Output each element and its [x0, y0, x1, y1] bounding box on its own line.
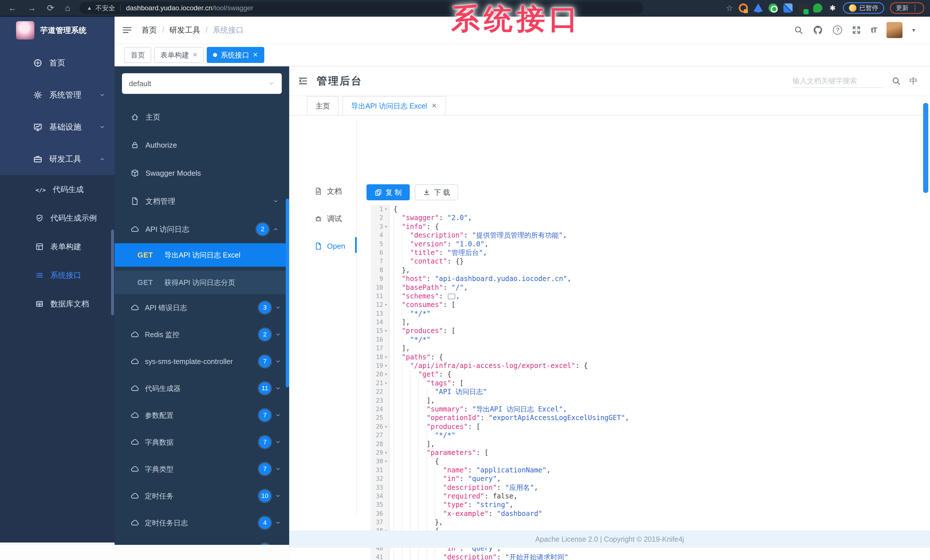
- line-gutter[interactable]: 6: [371, 249, 390, 257]
- sidebar-subitem-代码生成[interactable]: </>代码生成: [0, 175, 114, 204]
- line-gutter[interactable]: 24: [371, 405, 390, 413]
- refresh-icon[interactable]: ⟳: [47, 4, 54, 12]
- fold-arrow-icon[interactable]: ▾: [383, 379, 389, 387]
- swagger-menu-item-Swagger Models[interactable]: Swagger Models: [114, 159, 289, 187]
- line-gutter[interactable]: 15▾: [371, 327, 390, 335]
- swagger-menu-item-主页[interactable]: 主页: [114, 103, 289, 131]
- github-icon[interactable]: [813, 25, 823, 35]
- search-icon[interactable]: [892, 77, 901, 86]
- operation-导出API 访问日志 Excel[interactable]: GET导出API 访问日志 Excel: [114, 243, 289, 267]
- line-gutter[interactable]: 26▾: [371, 422, 390, 431]
- controller-Redis 监控[interactable]: Redis 监控2: [114, 321, 289, 348]
- white-puzzle-extension-icon[interactable]: ✱: [828, 3, 837, 12]
- browser-menu-icon[interactable]: ⋮: [912, 4, 918, 12]
- line-gutter[interactable]: 10: [371, 283, 390, 292]
- line-gutter[interactable]: 28: [371, 440, 390, 448]
- line-gutter[interactable]: 35: [371, 500, 390, 509]
- tag-系统接口[interactable]: 系统接口✕: [207, 47, 264, 63]
- green-circle-extension-icon[interactable]: [768, 3, 778, 12]
- sidebar-item-基础设施[interactable]: 基础设施: [0, 111, 114, 143]
- doc-nav-文档[interactable]: 文档: [289, 183, 356, 200]
- fold-arrow-icon[interactable]: ▾: [383, 361, 389, 370]
- line-gutter[interactable]: 32: [371, 474, 390, 483]
- expand-icon[interactable]: [852, 26, 861, 35]
- sidebar-scrollbar[interactable]: [111, 230, 114, 315]
- line-gutter[interactable]: 30▾: [371, 457, 390, 466]
- controller-参数配置[interactable]: 参数配置7: [114, 402, 289, 429]
- breadcrumb-item[interactable]: 研发工具: [169, 25, 200, 35]
- download-button[interactable]: 下 载: [415, 184, 458, 200]
- line-gutter[interactable]: 9: [371, 275, 390, 283]
- fold-arrow-icon[interactable]: ▾: [383, 370, 389, 379]
- orange-ring-extension-icon[interactable]: [739, 3, 748, 12]
- line-gutter[interactable]: 13: [371, 309, 390, 318]
- line-gutter[interactable]: 20▾: [371, 370, 390, 379]
- page-scrollbar[interactable]: [923, 103, 928, 193]
- line-gutter[interactable]: 25: [371, 413, 390, 422]
- line-gutter[interactable]: 12▾: [371, 301, 390, 309]
- forward-icon[interactable]: →: [28, 4, 36, 12]
- browser-home-icon[interactable]: ⌂: [65, 4, 70, 12]
- fold-arrow-icon[interactable]: ▾: [383, 448, 389, 457]
- close-icon[interactable]: ✕: [431, 102, 437, 110]
- controller-定时任务[interactable]: 定时任务10: [114, 482, 289, 509]
- sidebar-subitem-代码生成示例[interactable]: 代码生成示例: [0, 204, 114, 232]
- doc-nav-调试[interactable]: 调试: [289, 210, 356, 227]
- sidebar-toggle-icon[interactable]: [122, 25, 132, 35]
- swagger-menu-item-Authorize[interactable]: Authorize: [114, 131, 289, 159]
- sidebar-item-系统管理[interactable]: 系统管理: [0, 79, 114, 111]
- swagger-menu-item-API 访问日志[interactable]: API 访问日志2: [114, 215, 289, 243]
- fold-arrow-icon[interactable]: ▾: [383, 327, 389, 335]
- line-gutter[interactable]: 18▾: [371, 353, 390, 361]
- line-gutter[interactable]: 11: [371, 292, 390, 301]
- sidebar-item-研发工具[interactable]: 研发工具: [0, 143, 114, 175]
- close-icon[interactable]: ✕: [253, 51, 258, 59]
- green-leaf-extension-icon[interactable]: [813, 3, 822, 12]
- font-size-icon[interactable]: tT: [871, 26, 877, 35]
- search-icon[interactable]: [794, 26, 803, 35]
- operation-获得API 访问日志分页[interactable]: GET获得API 访问日志分页: [114, 271, 289, 294]
- line-gutter[interactable]: 2: [371, 213, 390, 222]
- sidebar-subitem-系统接口[interactable]: 系统接口: [0, 261, 114, 290]
- line-gutter[interactable]: 7: [371, 257, 390, 265]
- sidebar-subitem-数据库文档[interactable]: 数据库文档: [0, 290, 114, 318]
- line-gutter[interactable]: 19▾: [371, 361, 390, 370]
- back-icon[interactable]: ←: [8, 4, 17, 12]
- line-gutter[interactable]: 4: [371, 231, 390, 239]
- json-code-editor[interactable]: 1▾{2"swagger": "2.0",3▾"info": {4"descri…: [371, 205, 629, 560]
- line-gutter[interactable]: 23: [371, 396, 390, 405]
- dark-green-extension-icon[interactable]: [798, 3, 807, 12]
- line-gutter[interactable]: 34: [371, 492, 390, 500]
- controller-字典类型[interactable]: 字典类型7: [114, 456, 289, 482]
- line-gutter[interactable]: 22: [371, 387, 390, 396]
- line-gutter[interactable]: 3▾: [371, 222, 390, 231]
- controller-定时任务日志[interactable]: 定时任务日志4: [114, 509, 289, 536]
- controller-API 错误日志[interactable]: API 错误日志3: [114, 294, 289, 321]
- line-gutter[interactable]: 5: [371, 240, 390, 249]
- line-gutter[interactable]: 36: [371, 509, 390, 518]
- avatar[interactable]: [887, 22, 902, 38]
- doc-search-input[interactable]: [791, 74, 883, 88]
- controller-岗位[interactable]: 岗位: [114, 536, 289, 545]
- collapsed-array-box[interactable]: [448, 294, 455, 299]
- line-gutter[interactable]: 21▾: [371, 379, 390, 387]
- tab-导出API 访问日志 Excel[interactable]: 导出API 访问日志 Excel✕: [342, 96, 445, 115]
- swagger-sidebar-scrollbar[interactable]: [286, 199, 289, 387]
- line-gutter[interactable]: 16: [371, 335, 390, 344]
- controller-字典数据[interactable]: 字典数据7: [114, 429, 289, 456]
- horizontal-scrollbar-track[interactable]: [0, 545, 289, 560]
- doc-nav-Open[interactable]: Open: [289, 238, 356, 255]
- fold-arrow-icon[interactable]: ▾: [383, 301, 389, 309]
- sidebar-subitem-表单构建[interactable]: 表单构建: [0, 232, 114, 261]
- swagger-menu-item-文档管理[interactable]: 文档管理: [114, 187, 289, 215]
- avatar-caret-icon[interactable]: ▾: [912, 27, 915, 34]
- paused-extension-pill[interactable]: 已暂停: [843, 2, 884, 14]
- line-gutter[interactable]: 33: [371, 483, 390, 492]
- blue-grid-extension-icon[interactable]: [784, 3, 793, 12]
- api-group-select[interactable]: default: [122, 73, 282, 94]
- browser-update-button[interactable]: 更新 ⋮: [890, 2, 924, 14]
- controller-sys-sms-template-controller[interactable]: sys-sms-template-controller7: [114, 348, 289, 375]
- line-gutter[interactable]: 41: [371, 553, 390, 560]
- copy-button[interactable]: 复 制: [366, 184, 410, 200]
- line-gutter[interactable]: 17: [371, 344, 390, 353]
